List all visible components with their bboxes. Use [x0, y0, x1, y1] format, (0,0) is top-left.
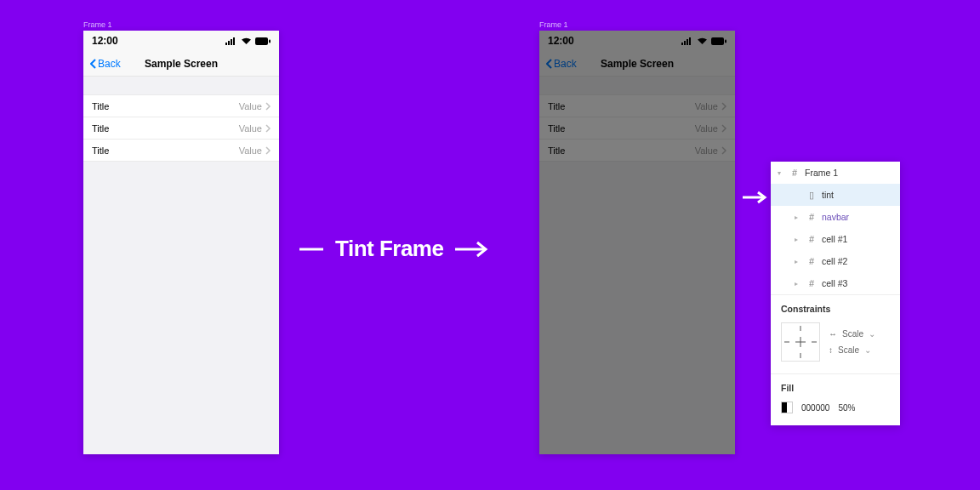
svg-rect-0 — [225, 43, 227, 45]
layers-panel: ▾ # Frame 1 ▯ tint ▸ # navbar ▸ # cell #… — [771, 162, 900, 425]
collapse-icon[interactable]: ▸ — [795, 280, 801, 288]
layer-name: cell #3 — [822, 278, 847, 288]
cell-value: Value — [239, 123, 262, 134]
arrow-right-icon — [455, 241, 489, 258]
frame-icon: # — [806, 212, 817, 222]
collapse-icon[interactable]: ▾ — [778, 169, 784, 177]
frame-label-left: Frame 1 — [83, 20, 112, 29]
svg-rect-3 — [233, 37, 235, 45]
collapse-icon[interactable]: ▸ — [795, 236, 801, 243]
frame-icon: # — [789, 168, 800, 178]
arrows-vertical-icon: ↕ — [829, 345, 833, 355]
fill-hex-input[interactable]: 000000 — [801, 403, 829, 413]
cell-title: Title — [92, 101, 109, 111]
svg-rect-1 — [228, 41, 230, 45]
fill-heading: Fill — [781, 383, 890, 393]
constraint-widget[interactable] — [781, 322, 820, 362]
collapse-icon[interactable]: ▸ — [795, 258, 801, 265]
battery-icon — [255, 37, 271, 45]
table: Title Value Title Value Title Value — [83, 94, 279, 162]
chevron-down-icon: ⌄ — [869, 329, 875, 339]
cell-value: Value — [239, 145, 262, 156]
cell-value: Value — [239, 101, 262, 111]
frame-label-right: Frame 1 — [539, 20, 568, 29]
signal-icon — [225, 37, 237, 45]
wifi-icon — [241, 37, 252, 45]
chevron-right-icon — [265, 124, 271, 133]
constraints-heading: Constraints — [781, 304, 890, 314]
scale-label: Scale — [842, 329, 863, 339]
fill-opacity-input[interactable]: 50% — [838, 403, 855, 413]
center-annotation: Tint Frame — [299, 236, 489, 262]
center-text: Tint Frame — [335, 236, 443, 262]
arrow-left-decoration — [299, 244, 323, 254]
scale-label: Scale — [838, 345, 859, 355]
chevron-right-icon — [265, 102, 271, 111]
frame-icon: # — [806, 278, 817, 288]
fill-color-swatch[interactable] — [781, 402, 793, 413]
status-icons — [225, 37, 271, 45]
constraints-section: Constraints ↔ Scale ⌄ ↕ Scale ⌄ — [771, 295, 900, 373]
layer-tint[interactable]: ▯ tint — [771, 184, 900, 206]
cell-title: Title — [92, 123, 109, 134]
arrows-horizontal-icon: ↔ — [829, 329, 837, 339]
nav-bar: Back Sample Screen — [83, 51, 279, 77]
table-row[interactable]: Title Value — [83, 94, 279, 117]
frame-icon: # — [806, 256, 817, 266]
collapse-icon[interactable]: ▸ — [795, 214, 801, 221]
svg-rect-5 — [269, 39, 271, 43]
table-row[interactable]: Title Value — [83, 117, 279, 140]
layer-name: tint — [822, 190, 834, 200]
layer-name: cell #1 — [822, 234, 847, 244]
svg-rect-2 — [231, 39, 232, 45]
cell-title: Title — [92, 145, 109, 156]
chevron-down-icon: ⌄ — [864, 345, 871, 355]
layer-navbar[interactable]: ▸ # navbar — [771, 206, 900, 228]
constraint-vertical-select[interactable]: ↕ Scale ⌄ — [829, 345, 875, 355]
status-time: 12:00 — [92, 35, 118, 47]
fill-section: Fill 000000 50% — [771, 374, 900, 425]
layer-name: cell #2 — [822, 256, 847, 266]
frame-icon: # — [806, 234, 817, 244]
rectangle-icon: ▯ — [806, 190, 817, 201]
layer-name: navbar — [822, 212, 849, 222]
layer-frame-root[interactable]: ▾ # Frame 1 — [771, 162, 900, 184]
layer-name: Frame 1 — [805, 168, 838, 178]
back-button[interactable]: Back — [90, 58, 121, 70]
table-row[interactable]: Title Value — [83, 139, 279, 162]
status-bar: 12:00 — [83, 31, 279, 51]
chevron-right-icon — [265, 146, 271, 155]
phone-before: 12:00 Back Sample Screen Title Value Tit… — [83, 31, 279, 454]
tint-layer — [539, 31, 735, 454]
layer-cell-2[interactable]: ▸ # cell #2 — [771, 250, 900, 272]
constraint-horizontal-select[interactable]: ↔ Scale ⌄ — [829, 329, 875, 339]
layer-cell-3[interactable]: ▸ # cell #3 — [771, 272, 900, 294]
nav-title: Sample Screen — [145, 58, 218, 70]
svg-rect-4 — [255, 37, 268, 45]
back-label: Back — [98, 58, 121, 70]
chevron-left-icon — [90, 59, 97, 69]
phone-after: 12:00 Back Sample Screen Title Value Tit… — [539, 31, 735, 454]
layer-cell-1[interactable]: ▸ # cell #1 — [771, 228, 900, 250]
arrow-to-panel — [743, 187, 768, 209]
